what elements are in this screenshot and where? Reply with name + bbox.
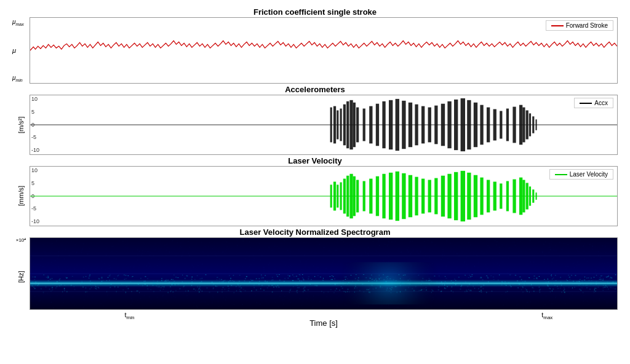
svg-rect-26 bbox=[467, 100, 471, 149]
x-axis-title: Time [s] bbox=[30, 318, 618, 328]
svg-rect-69 bbox=[487, 180, 490, 213]
laser-vel-chart-wrapper: Laser Velocity [mm/s] 10 5 0 -5 -10 bbox=[12, 155, 618, 226]
x-axis-row: tmin tmax Time [s] bbox=[12, 310, 618, 332]
friction-title: Friction coefficient single stroke bbox=[12, 7, 618, 17]
svg-rect-20 bbox=[428, 108, 431, 143]
svg-rect-35 bbox=[522, 108, 525, 143]
laser-vel-svg bbox=[30, 167, 617, 226]
svg-rect-52 bbox=[376, 176, 379, 216]
friction-y-labels: μmax μ μmin bbox=[12, 17, 30, 84]
svg-rect-5 bbox=[343, 105, 346, 146]
svg-rect-1 bbox=[330, 108, 332, 143]
svg-rect-39 bbox=[536, 119, 537, 130]
svg-rect-24 bbox=[454, 100, 458, 150]
svg-rect-21 bbox=[434, 106, 437, 144]
svg-rect-73 bbox=[512, 180, 516, 213]
svg-rect-23 bbox=[447, 101, 451, 148]
svg-rect-10 bbox=[363, 109, 365, 141]
laser-vel-title: Laser Velocity bbox=[12, 156, 618, 165]
svg-rect-57 bbox=[409, 175, 412, 218]
accel-y-label: [m/s²] bbox=[12, 95, 30, 155]
svg-rect-76 bbox=[526, 183, 528, 209]
friction-legend-label: Forward Stroke bbox=[566, 22, 608, 29]
svg-rect-66 bbox=[467, 173, 471, 220]
svg-rect-6 bbox=[346, 101, 349, 148]
svg-rect-25 bbox=[461, 98, 465, 151]
svg-rect-27 bbox=[474, 103, 477, 147]
svg-rect-31 bbox=[500, 111, 502, 138]
svg-rect-67 bbox=[474, 175, 477, 218]
spectrogram-wrapper: Laser Velocity Normalized Spectrogram ×1… bbox=[12, 226, 618, 310]
friction-legend-line bbox=[551, 25, 564, 26]
svg-rect-29 bbox=[487, 108, 490, 143]
svg-rect-32 bbox=[506, 109, 509, 141]
spectrogram-canvas bbox=[30, 238, 617, 309]
svg-rect-74 bbox=[519, 178, 522, 215]
accel-legend: Accx bbox=[574, 98, 613, 108]
friction-chart-wrapper: Friction coefficient single stroke μmax … bbox=[12, 6, 618, 84]
svg-rect-13 bbox=[382, 101, 385, 148]
svg-rect-36 bbox=[526, 110, 528, 139]
laser-vel-legend: Laser Velocity bbox=[549, 169, 613, 180]
mu-max-label: μmax bbox=[12, 18, 30, 26]
svg-rect-34 bbox=[519, 105, 522, 145]
accel-title: Accelerometers bbox=[12, 85, 618, 94]
spectrogram-chart-area: 3 2 1 0 bbox=[30, 237, 618, 310]
accel-chart-row: [m/s²] 10 5 0 -5 -10 bbox=[12, 95, 618, 155]
svg-rect-47 bbox=[349, 174, 353, 218]
svg-rect-9 bbox=[356, 108, 359, 143]
accel-svg bbox=[30, 95, 617, 154]
svg-rect-16 bbox=[402, 101, 405, 149]
svg-rect-58 bbox=[415, 177, 418, 216]
svg-rect-55 bbox=[396, 172, 399, 221]
svg-rect-63 bbox=[447, 174, 451, 218]
svg-rect-41 bbox=[330, 184, 332, 207]
svg-rect-22 bbox=[441, 104, 445, 146]
accel-chart-wrapper: Accelerometers [m/s²] 10 5 0 -5 -10 bbox=[12, 84, 618, 155]
friction-chart-row: μmax μ μmin Forward Stroke bbox=[12, 17, 618, 84]
chart-panel: Friction coefficient single stroke μmax … bbox=[12, 6, 618, 346]
svg-rect-7 bbox=[349, 100, 353, 149]
svg-rect-46 bbox=[346, 176, 349, 217]
svg-rect-61 bbox=[434, 178, 437, 215]
svg-rect-45 bbox=[343, 179, 346, 214]
laser-vel-legend-label: Laser Velocity bbox=[570, 171, 608, 178]
friction-chart-area: Forward Stroke bbox=[30, 17, 618, 84]
svg-rect-50 bbox=[363, 181, 365, 212]
accel-legend-label: Accx bbox=[594, 100, 608, 106]
main-container: Friction coefficient single stroke μmax … bbox=[0, 0, 630, 364]
svg-rect-28 bbox=[480, 105, 483, 145]
svg-rect-60 bbox=[428, 180, 431, 213]
svg-rect-48 bbox=[353, 176, 356, 216]
svg-rect-30 bbox=[493, 109, 496, 141]
spectrogram-multiplier: ×10⁴ bbox=[16, 237, 26, 243]
svg-rect-15 bbox=[396, 99, 399, 151]
svg-rect-4 bbox=[340, 109, 342, 141]
x-tick-min: tmin bbox=[125, 311, 135, 320]
svg-rect-56 bbox=[402, 173, 405, 219]
svg-rect-71 bbox=[500, 183, 502, 208]
laser-vel-chart-row: [mm/s] 10 5 0 -5 -10 bbox=[12, 166, 618, 226]
friction-legend: Forward Stroke bbox=[546, 20, 613, 31]
svg-rect-2 bbox=[333, 106, 336, 144]
svg-rect-8 bbox=[353, 103, 356, 147]
svg-rect-33 bbox=[512, 107, 516, 143]
svg-rect-11 bbox=[369, 106, 372, 144]
svg-rect-44 bbox=[340, 182, 342, 210]
spectrogram-chart-row: ×10⁴ [Hz] 3 2 1 0 bbox=[12, 237, 618, 310]
x-axis-container: tmin tmax Time [s] bbox=[30, 310, 618, 332]
svg-rect-53 bbox=[382, 174, 385, 218]
spectrogram-title: Laser Velocity Normalized Spectrogram bbox=[12, 228, 618, 237]
svg-rect-14 bbox=[389, 100, 393, 149]
svg-rect-42 bbox=[333, 181, 336, 210]
svg-rect-75 bbox=[522, 180, 525, 213]
svg-rect-59 bbox=[421, 179, 425, 214]
mu-min-label: μmin bbox=[12, 74, 30, 82]
spectrogram-y-wrapper: ×10⁴ [Hz] bbox=[12, 237, 30, 310]
svg-rect-62 bbox=[441, 176, 445, 217]
accel-chart-area: 10 5 0 -5 -10 bbox=[30, 95, 618, 155]
svg-rect-49 bbox=[356, 180, 359, 213]
svg-rect-51 bbox=[369, 179, 372, 214]
laser-vel-y-label: [mm/s] bbox=[12, 166, 30, 226]
svg-rect-72 bbox=[506, 181, 509, 212]
